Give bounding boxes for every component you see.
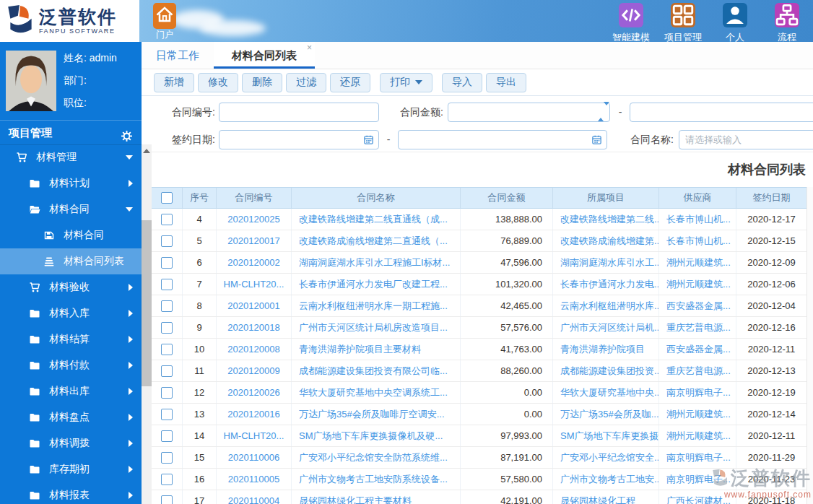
amount-to-input[interactable] — [630, 103, 813, 122]
date-from-input[interactable] — [219, 130, 379, 149]
sidebar-item-材料合同[interactable]: 材料合同 — [0, 222, 142, 248]
column-header-project[interactable]: 所属项目 — [553, 188, 659, 208]
row-checkbox[interactable] — [161, 214, 173, 225]
contract-name-link[interactable]: 广州市天河区统计局机房改造项目... — [292, 317, 461, 338]
row-checkbox[interactable] — [161, 365, 173, 377]
contract-name-link[interactable]: 广州市文物考古工地安防系统设备... — [292, 469, 461, 490]
column-header-checkbox[interactable] — [152, 188, 183, 208]
sidebar-item-材料入库[interactable]: 材料入库 — [0, 300, 142, 326]
toolbar-button-导出[interactable]: 导出 — [486, 73, 526, 92]
row-checkbox[interactable] — [161, 257, 173, 269]
contract-code-link[interactable]: 2020120001 — [217, 295, 292, 316]
supplier-link[interactable]: 长春市博山机... — [659, 230, 736, 251]
gear-icon[interactable] — [121, 126, 133, 139]
contract-name-link[interactable]: 万达广场35#会所及咖啡厅空调安... — [292, 404, 461, 425]
row-checkbox[interactable] — [161, 279, 173, 290]
contract-code-link[interactable]: 2020110004 — [217, 490, 292, 504]
number-spinner-icon[interactable] — [598, 105, 605, 119]
table-scrollbar-track[interactable] — [807, 187, 813, 504]
sidebar-scrollbar[interactable] — [142, 144, 152, 504]
supplier-link[interactable]: 长春市博山机... — [659, 209, 736, 230]
contract-code-link[interactable]: 2020120016 — [217, 404, 292, 425]
supplier-link[interactable]: 南京明辉电子... — [659, 469, 736, 490]
supplier-link[interactable]: 西安盛器金属... — [659, 339, 736, 360]
sidebar-item-材料出库[interactable]: 材料出库 — [0, 378, 142, 404]
contract-code-link[interactable]: 2020110005 — [217, 469, 292, 490]
sidebar-item-材料验收[interactable]: 材料验收 — [0, 274, 142, 300]
contract-code-link[interactable]: 2020120026 — [217, 382, 292, 403]
contract-code-link[interactable]: 2020120017 — [217, 230, 292, 251]
contract-code-link[interactable]: HM-CLHT20... — [217, 274, 292, 295]
tab-daily-work[interactable]: 日常工作 — [142, 42, 214, 69]
toolbar-button-导入[interactable]: 导入 — [442, 73, 482, 92]
contract-name-input[interactable] — [679, 130, 813, 149]
supplier-link[interactable]: 广西长河建材... — [659, 490, 736, 504]
supplier-link[interactable]: 南京明辉电子... — [659, 447, 736, 468]
column-header-supplier[interactable]: 供应商 — [659, 188, 736, 208]
sidebar-item-材料管理[interactable]: 材料管理 — [0, 144, 142, 170]
contract-name-link[interactable]: 广安邓小平纪念馆安全防范系统维... — [292, 447, 461, 468]
table-row[interactable]: 102020120008青海洪湖养护院项目主要材料41,763.00青海洪湖养护… — [152, 339, 807, 360]
table-row[interactable]: 62020120002湖南洞庭湖水库引水工程施工I标材...47,596.00湖… — [152, 252, 807, 274]
table-row[interactable]: 112020120009成都能源建设集团投资有限公司临...88,260.00成… — [152, 360, 807, 382]
amount-from-input[interactable] — [448, 103, 610, 122]
project-link[interactable]: 青海洪湖养护院项目 — [553, 339, 659, 360]
project-link[interactable]: SM广场地下车库更换摄... — [553, 425, 659, 446]
sidebar-item-材料调拨[interactable]: 材料调拨 — [0, 430, 142, 456]
supplier-link[interactable]: 潮州元顺建筑... — [659, 274, 736, 295]
toolbar-button-还原[interactable]: 还原 — [330, 73, 370, 92]
supplier-link[interactable]: 潮州元顺建筑... — [659, 252, 736, 273]
contract-name-link[interactable]: 长春市伊通河水力发电厂改建工程... — [292, 274, 461, 295]
contract-name-link[interactable]: 改建铁路线增建第二线直通线（成... — [292, 209, 461, 230]
column-header-code[interactable]: 合同编号 — [217, 188, 292, 208]
column-header-seq[interactable]: 序号 — [183, 188, 217, 208]
contract-name-link[interactable]: 云南水利枢纽潜明水库一期工程施... — [292, 295, 461, 316]
row-checkbox[interactable] — [161, 300, 173, 312]
table-row[interactable]: 82020120001云南水利枢纽潜明水库一期工程施...42,465.00云南… — [152, 295, 807, 317]
contract-name-link[interactable]: 晟铭园林绿化工程主要材料 — [292, 490, 461, 504]
toolbar-button-删除[interactable]: 删除 — [242, 73, 282, 92]
sidebar-item-库存期初[interactable]: 库存期初 — [0, 456, 142, 482]
table-row[interactable]: 14HM-CLHT20...SM广场地下车库更换摄像机及硬...97,993.0… — [152, 425, 807, 447]
project-link[interactable]: 广州市文物考古工地安... — [553, 469, 659, 490]
contract-no-input[interactable] — [219, 103, 379, 122]
project-link[interactable]: 万达广场35#会所及咖... — [553, 404, 659, 425]
toolbar-button-新增[interactable]: 新增 — [154, 73, 194, 92]
table-row[interactable]: 7HM-CLHT20...长春市伊通河水力发电厂改建工程...101,320.0… — [152, 274, 807, 295]
row-checkbox[interactable] — [161, 344, 173, 355]
row-checkbox[interactable] — [161, 387, 173, 399]
sidebar-item-材料计划[interactable]: 材料计划 — [0, 170, 142, 196]
sidebar-item-材料盘点[interactable]: 材料盘点 — [0, 404, 142, 430]
toolbar-button-修改[interactable]: 修改 — [198, 73, 238, 92]
contract-code-link[interactable]: 2020120009 — [217, 360, 292, 381]
supplier-link[interactable]: 潮州元顺建筑... — [659, 404, 736, 425]
supplier-link[interactable]: 西安盛器金属... — [659, 295, 736, 316]
contract-code-link[interactable]: 2020120018 — [217, 317, 292, 338]
contract-name-link[interactable]: SM广场地下车库更换摄像机及硬... — [292, 425, 461, 446]
row-checkbox[interactable] — [161, 495, 173, 504]
nav-item-智能建模[interactable]: 智能建模 — [605, 3, 657, 44]
tab-close-icon[interactable] — [307, 43, 312, 52]
contract-code-link[interactable]: 2020110006 — [217, 447, 292, 468]
scrollbar-thumb[interactable] — [142, 220, 152, 386]
sidebar-item-材料合同[interactable]: 材料合同 — [0, 196, 142, 222]
column-header-amount[interactable]: 合同金额 — [461, 188, 553, 208]
nav-item-流程[interactable]: 流程 — [761, 3, 813, 44]
contract-name-link[interactable]: 青海洪湖养护院项目主要材料 — [292, 339, 461, 360]
contract-code-link[interactable]: HM-CLHT20... — [217, 425, 292, 446]
table-row[interactable]: 122020120026华软大厦研究基地中央空调系统工...0.00华软大厦研究… — [152, 382, 807, 404]
project-link[interactable]: 广安邓小平纪念馆安全... — [553, 447, 659, 468]
row-checkbox[interactable] — [161, 409, 173, 420]
calendar-icon[interactable] — [591, 134, 602, 145]
sidebar-item-材料付款[interactable]: 材料付款 — [0, 352, 142, 378]
row-checkbox[interactable] — [161, 322, 173, 334]
project-link[interactable]: 成都能源建设集团投资... — [553, 360, 659, 381]
table-row[interactable]: 152020110006广安邓小平纪念馆安全防范系统维...87,191.00广… — [152, 447, 807, 469]
sidebar-item-材料合同列表[interactable]: 材料合同列表 — [0, 248, 142, 274]
table-row[interactable]: 132020120016万达广场35#会所及咖啡厅空调安...0.00万达广场3… — [152, 404, 807, 425]
contract-name-link[interactable]: 华软大厦研究基地中央空调系统工... — [292, 382, 461, 403]
toolbar-button-打印[interactable]: 打印 — [380, 73, 432, 92]
table-row[interactable]: 42020120025改建铁路线增建第二线直通线（成...138,888.00改… — [152, 209, 807, 230]
contract-code-link[interactable]: 2020120002 — [217, 252, 292, 273]
column-header-name[interactable]: 合同名称 — [292, 188, 461, 208]
